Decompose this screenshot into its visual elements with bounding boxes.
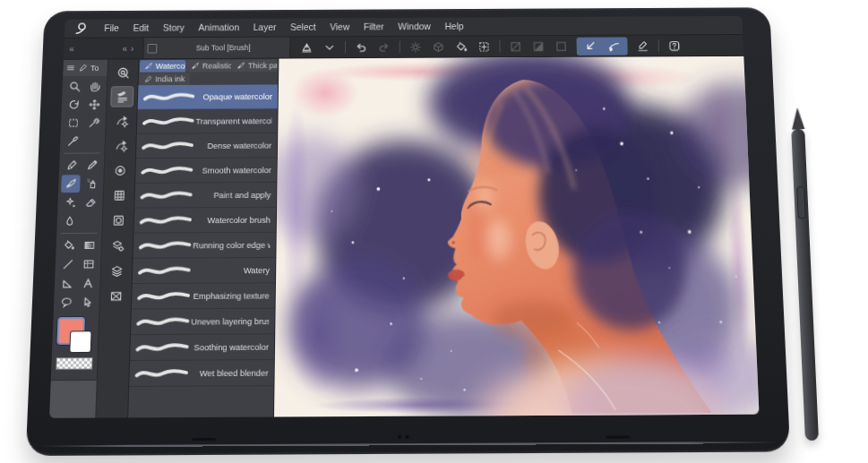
tab-thick-paint[interactable]: Thick pa xyxy=(232,59,277,72)
brush-item-running-color-edge[interactable]: Running color edge watercolor xyxy=(133,233,276,259)
brush-stroke-thumbnail xyxy=(133,366,191,381)
menu-help[interactable]: Help xyxy=(438,17,471,35)
brush-item-emphasizing-texture[interactable]: Emphasizing texture xyxy=(132,283,275,309)
brush-item-smooth-watercolor[interactable]: Smooth watercolor xyxy=(135,158,277,183)
brush-item-label: Transparent watercolor xyxy=(195,116,271,125)
tab-realistic[interactable]: Realistic xyxy=(186,60,231,73)
navigator-button[interactable] xyxy=(105,286,127,306)
half-square-icon xyxy=(531,39,546,53)
tool-move[interactable] xyxy=(84,96,103,114)
tool-pen[interactable] xyxy=(62,157,82,175)
tool-divider xyxy=(61,233,97,234)
tab-india-ink[interactable]: India ink xyxy=(139,73,189,85)
brush-item-paint-and-apply[interactable]: Paint and apply xyxy=(134,183,276,209)
tool-blend[interactable] xyxy=(59,212,79,230)
tool-decoration[interactable] xyxy=(60,193,80,211)
brush-stroke-thumbnail xyxy=(138,213,193,227)
menu-select[interactable]: Select xyxy=(283,18,322,36)
brush-stroke-thumbnail xyxy=(137,238,193,252)
tool-panel-header[interactable]: To xyxy=(63,59,107,76)
brush-settings-button[interactable] xyxy=(109,136,131,156)
brush-item-label: Running color edge watercolor xyxy=(193,240,270,250)
tool-select-marquee[interactable] xyxy=(64,115,83,133)
clip-studio-logo-icon[interactable] xyxy=(73,21,89,36)
tool-eraser[interactable] xyxy=(81,193,100,211)
brush-item-watery[interactable]: Watery xyxy=(133,258,276,284)
select-area-icon[interactable] xyxy=(477,39,492,54)
panel-forward-button[interactable]: › xyxy=(131,44,134,54)
menu-file[interactable]: File xyxy=(97,19,126,37)
brush-item-opaque-watercolor[interactable]: Opaque watercolor xyxy=(138,84,278,109)
tool-line[interactable] xyxy=(58,255,78,273)
menu-filter[interactable]: Filter xyxy=(357,18,391,36)
tool-text[interactable] xyxy=(78,274,98,292)
pen-icon xyxy=(143,75,152,84)
layer-property-button[interactable] xyxy=(107,236,129,255)
brush-size-button[interactable] xyxy=(108,160,131,180)
panel-back-button[interactable]: « xyxy=(122,44,127,54)
tool-zoom[interactable] xyxy=(64,78,83,95)
tool-pencil[interactable] xyxy=(82,156,102,174)
snap-arrow-icon[interactable] xyxy=(582,39,597,53)
hand-icon xyxy=(89,81,101,93)
tab-watercolor[interactable]: Watercol xyxy=(140,60,185,73)
tool-empty xyxy=(83,133,103,150)
brush-stroke-thumbnail xyxy=(136,263,193,277)
fill-icon[interactable] xyxy=(453,39,468,54)
tool-panel-footer xyxy=(49,380,97,418)
brush-item-soothing-watercolor[interactable]: Soothing watercolor xyxy=(130,334,274,361)
brush-stroke-thumbnail xyxy=(140,139,195,152)
tool-balloon[interactable] xyxy=(56,294,76,312)
tool-fill[interactable] xyxy=(58,236,78,254)
menu-view[interactable]: View xyxy=(322,18,357,36)
chevron-down-icon[interactable] xyxy=(322,40,337,55)
pen-line-icon[interactable] xyxy=(635,39,650,53)
tool-figure[interactable] xyxy=(57,274,77,292)
menu-layer[interactable]: Layer xyxy=(246,19,284,37)
brush-item-transparent-watercolor[interactable]: Transparent watercolor xyxy=(137,109,278,134)
navigator-zoom-button[interactable] xyxy=(112,63,133,81)
tool-airbrush[interactable] xyxy=(82,175,101,193)
circle-icon xyxy=(113,164,126,177)
brush-item-wet-bleed-blender[interactable]: Wet bleed blender xyxy=(129,360,274,387)
help-icon[interactable] xyxy=(666,39,682,53)
sub-tool-button[interactable] xyxy=(111,87,133,106)
tool-auto-select[interactable] xyxy=(83,114,102,132)
tool-operation[interactable] xyxy=(77,293,97,311)
tool-rotate[interactable] xyxy=(64,96,83,114)
brush-curve-icon[interactable] xyxy=(606,39,622,53)
tool-eyedropper[interactable] xyxy=(63,133,82,150)
square-icon xyxy=(554,39,569,53)
undo-icon[interactable] xyxy=(354,39,369,54)
menu-edit[interactable]: Edit xyxy=(125,19,156,37)
tool-brush[interactable] xyxy=(61,175,81,193)
brush-list: Opaque watercolor Transparent watercolor… xyxy=(128,84,278,417)
main-area: To xyxy=(49,56,759,418)
microphone-dot xyxy=(398,435,401,439)
brush-item-watercolor-brush[interactable]: Watercolor brush xyxy=(133,208,276,234)
tool-gradient[interactable] xyxy=(79,236,99,254)
brush-item-label: Wet bleed blender xyxy=(190,368,269,378)
palette-icon[interactable] xyxy=(299,40,314,55)
toolbar-separator xyxy=(658,39,659,51)
text-icon xyxy=(82,277,95,289)
color-set-button[interactable] xyxy=(107,185,130,205)
brush-item-dense-watercolor[interactable]: Dense watercolor xyxy=(136,133,277,159)
layers-button[interactable] xyxy=(106,261,128,280)
brush-item-uneven-layering[interactable]: Uneven layering brush xyxy=(131,309,275,335)
background-color-swatch[interactable] xyxy=(70,331,90,352)
tool-frame[interactable] xyxy=(79,255,99,273)
frame-border-icon xyxy=(82,258,95,270)
menu-animation[interactable]: Animation xyxy=(191,19,246,37)
menu-story[interactable]: Story xyxy=(156,19,192,37)
drawing-canvas[interactable] xyxy=(274,56,759,417)
tool-property-button[interactable] xyxy=(110,111,132,131)
panel-menu-icon[interactable] xyxy=(147,43,157,53)
tool-hand[interactable] xyxy=(85,78,104,95)
stylus-button xyxy=(796,186,806,219)
transparent-color-swatch[interactable] xyxy=(56,357,92,370)
menu-window[interactable]: Window xyxy=(391,18,438,36)
collapse-left-button[interactable]: « xyxy=(69,44,74,54)
color-wheel-button[interactable] xyxy=(107,210,130,230)
subtool-panel: Watercol Realistic Thick pa India ink Op… xyxy=(128,59,279,418)
